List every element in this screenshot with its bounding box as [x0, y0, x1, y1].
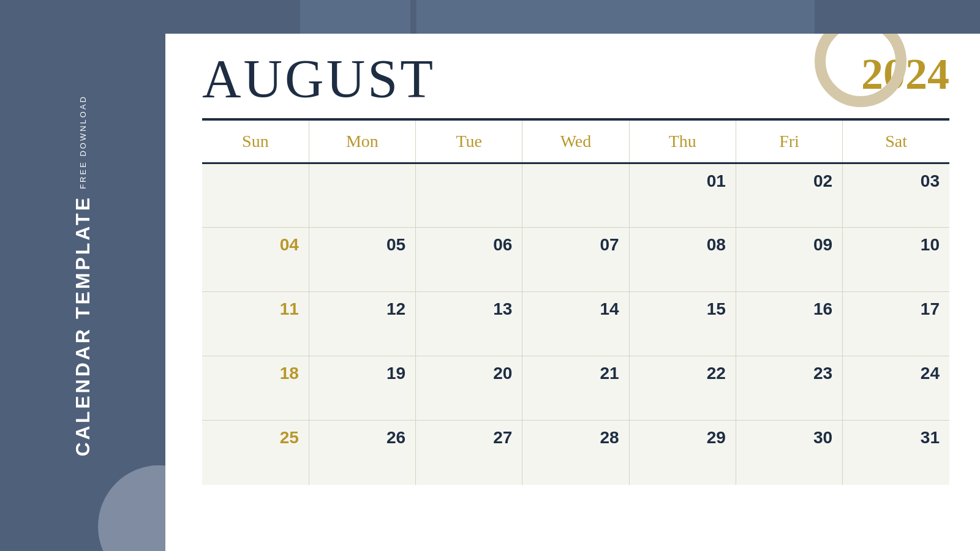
col-mon: Mon: [309, 121, 415, 163]
calendar-day-cell: 19: [309, 356, 415, 421]
calendar-day-cell: 09: [736, 228, 842, 292]
calendar-day-cell: 14: [522, 292, 629, 356]
calendar-week-row: 11121314151617: [202, 292, 949, 356]
calendar-week-row: 04050607080910: [202, 228, 949, 292]
calendar-day-cell: 13: [416, 292, 522, 356]
calendar-day-cell: 12: [309, 292, 415, 356]
calendar-day-cell: 10: [843, 228, 949, 292]
calendar-week-row: 25262728293031: [202, 421, 949, 485]
calendar-container: AUGUST 2024 Sun Mon Tue Wed Thu Fri Sat …: [165, 34, 980, 551]
calendar-day-cell: 16: [736, 292, 842, 356]
calendar-day-cell: [416, 163, 522, 228]
calendar-day-cell: 30: [736, 421, 842, 485]
calendar-day-cell: 04: [202, 228, 309, 292]
calendar-day-cell: 22: [629, 356, 736, 421]
calendar-week-row: 010203: [202, 163, 949, 228]
calendar-day-cell: 29: [629, 421, 736, 485]
col-wed: Wed: [522, 121, 629, 163]
calendar-day-cell: 03: [843, 163, 949, 228]
calendar-day-cell: 27: [416, 421, 522, 485]
col-sun: Sun: [202, 121, 309, 163]
col-thu: Thu: [629, 121, 736, 163]
calendar-day-cell: 11: [202, 292, 309, 356]
calendar-week-row: 18192021222324: [202, 356, 949, 421]
col-sat: Sat: [843, 121, 949, 163]
calendar-day-cell: 17: [843, 292, 949, 356]
calendar-day-cell: 08: [629, 228, 736, 292]
calendar-day-cell: [309, 163, 415, 228]
calendar-grid: Sun Mon Tue Wed Thu Fri Sat 010203040506…: [202, 121, 949, 485]
calendar-day-cell: 18: [202, 356, 309, 421]
calendar-day-cell: 02: [736, 163, 842, 228]
calendar-day-cell: 21: [522, 356, 629, 421]
calendar-day-cell: 31: [843, 421, 949, 485]
calendar-day-cell: 15: [629, 292, 736, 356]
calendar-day-cell: 23: [736, 356, 842, 421]
calendar-day-cell: 05: [309, 228, 415, 292]
col-tue: Tue: [416, 121, 522, 163]
col-fri: Fri: [736, 121, 842, 163]
calendar-day-cell: 24: [843, 356, 949, 421]
sidebar-free-download-label: FREE DOWNLOAD: [78, 95, 88, 189]
month-title: AUGUST: [202, 52, 435, 106]
sidebar-calendar-template-label: CALENDAR TEMPLATE: [72, 195, 94, 457]
day-header-row: Sun Mon Tue Wed Thu Fri Sat: [202, 121, 949, 163]
calendar-day-cell: 26: [309, 421, 415, 485]
bg-rect-top-right: [417, 0, 815, 34]
calendar-day-cell: [202, 163, 309, 228]
calendar-day-cell: [522, 163, 629, 228]
bg-rect-top: [300, 0, 410, 34]
calendar-day-cell: 20: [416, 356, 522, 421]
calendar-day-cell: 25: [202, 421, 309, 485]
calendar-day-cell: 01: [629, 163, 736, 228]
calendar-day-cell: 28: [522, 421, 629, 485]
calendar-day-cell: 06: [416, 228, 522, 292]
calendar-day-cell: 07: [522, 228, 629, 292]
